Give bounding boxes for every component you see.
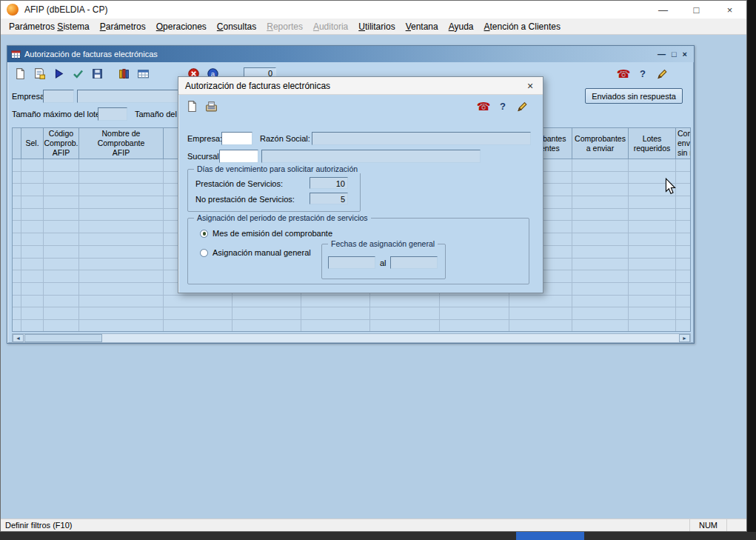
grid-cell [44, 172, 79, 184]
grid-cell [44, 259, 79, 271]
grid-cell [21, 159, 44, 172]
child-minimize-button[interactable]: — [658, 50, 666, 59]
pencil-icon [656, 67, 669, 80]
sucursal-input[interactable] [219, 150, 258, 163]
grid-cell [79, 320, 164, 332]
help-icon: ? [500, 101, 506, 112]
dialog-new-button[interactable] [183, 97, 201, 115]
properties-button[interactable] [30, 64, 48, 82]
radio-manual-label: Asignación manual general [213, 248, 311, 257]
menu-item-parametros-sistema[interactable]: Parámetros Sistema [4, 19, 95, 34]
scroll-thumb[interactable] [24, 334, 102, 342]
grid-cell [44, 296, 79, 308]
grid-column-header[interactable]: Nombre de Comprobante AFIP [79, 128, 164, 159]
dialog-empresa-input[interactable] [221, 132, 252, 145]
grid-cell [572, 209, 629, 221]
grid-cell [676, 209, 691, 221]
horizontal-scrollbar[interactable]: ◄ ► [12, 333, 691, 343]
fechas-group: Fechas de asignación general al [321, 244, 446, 279]
menu-item-parametros[interactable]: Parámetros [95, 19, 151, 34]
grid-row[interactable] [13, 320, 690, 332]
menu-item-utilitarios[interactable]: Utilitarios [353, 19, 400, 34]
grid-cell [440, 307, 509, 320]
grid-row[interactable] [13, 307, 690, 320]
menu-item-operaciones[interactable]: Operaciones [151, 19, 212, 34]
grid-column-header[interactable] [13, 128, 21, 159]
grid-cell [509, 296, 572, 308]
export-grid-button[interactable] [134, 64, 152, 82]
grid-cell [572, 270, 629, 283]
grid-cell [370, 320, 440, 332]
radio-manual-general[interactable]: Asignación manual general [200, 248, 311, 257]
grid-cell [676, 259, 691, 271]
minimize-button[interactable]: — [646, 1, 680, 19]
taskbar-fragment [516, 532, 584, 540]
menu-item-consultas[interactable]: Consultas [212, 19, 261, 34]
dialog-phone-button[interactable]: ☎ [475, 97, 492, 115]
grid-cell [676, 307, 691, 320]
grid-cell [44, 270, 79, 283]
asignacion-group: Asignación del periodo de prestación de … [187, 218, 529, 284]
phone-icon: ☎ [617, 68, 631, 79]
data-button[interactable] [115, 64, 133, 82]
menu-item-ayuda[interactable]: Ayuda [444, 19, 479, 34]
radio-mes-emision[interactable]: Mes de emisión del comprobante [200, 229, 332, 238]
close-button[interactable]: × [713, 1, 746, 19]
grid-cell [79, 296, 164, 308]
menu-item-ventana[interactable]: Ventana [401, 19, 444, 34]
grid-cell [233, 296, 301, 308]
maximize-button[interactable]: □ [680, 1, 713, 19]
child-titlebar[interactable]: Autorización de facturas electrónicas — … [7, 46, 694, 62]
grid-cell [572, 307, 629, 320]
grid-cell [79, 159, 164, 172]
grid-cell [572, 184, 629, 196]
new-button[interactable] [11, 64, 29, 82]
new-document-icon [186, 100, 198, 113]
tamano-del-label: Tamaño del [135, 108, 177, 120]
grid-column-header[interactable]: Código Comprob. AFIP [44, 128, 79, 159]
dialog-cardfile-button[interactable] [202, 97, 220, 115]
empresa-label: Empresa: [12, 90, 47, 102]
scroll-right-button[interactable]: ► [679, 334, 690, 342]
radio-selected-icon [200, 230, 208, 238]
grid-column-header[interactable]: Lotes requeridos [629, 128, 676, 159]
edit-filter-button[interactable] [653, 64, 671, 82]
menu-bar: Parámetros SistemaParámetrosOperacionesC… [1, 19, 746, 35]
grid-cell [44, 320, 79, 332]
dialog-titlebar[interactable]: Autorización de facturas electrónicas × [178, 77, 543, 95]
dialog-help-button[interactable]: ? [494, 97, 512, 115]
grid-column-header[interactable]: Comprobantes enviados sin respuesta [676, 128, 691, 159]
grid-cell [233, 307, 301, 320]
dialog-edit-button[interactable] [513, 97, 531, 115]
dialog-title: Autorización de facturas electrónicas [185, 81, 330, 91]
run-button[interactable] [50, 64, 67, 82]
grid-column-header[interactable]: Comprobantes a enviar [572, 128, 629, 159]
enviados-sin-respuesta-button[interactable]: Enviados sin respuesta [585, 88, 683, 104]
vencimiento-group-title: Días de vencimiento para solicitar autor… [194, 164, 361, 173]
grid-cell [21, 296, 44, 308]
help-button[interactable]: ? [634, 64, 652, 82]
grid-cell [13, 296, 21, 308]
prestacion-input: 10 [310, 177, 348, 189]
grid-cell [572, 296, 629, 308]
window-title: AFIP (dbELDIA - CP) [24, 4, 107, 15]
grid-cell [21, 209, 44, 221]
child-maximize-button[interactable]: □ [672, 50, 677, 59]
child-close-button[interactable]: × [683, 50, 687, 59]
grid-cell [21, 172, 44, 184]
main-titlebar: AFIP (dbELDIA - CP) — □ × [1, 1, 746, 19]
menu-item-atencion-a-clientes[interactable]: Atención a Clientes [479, 19, 566, 34]
grid-column-header[interactable]: Sel. [21, 128, 44, 159]
save-button[interactable] [88, 64, 106, 82]
dialog-close-button[interactable]: × [518, 77, 543, 94]
scroll-left-button[interactable]: ◄ [13, 334, 24, 342]
grid-cell [370, 307, 440, 320]
grid-cell [676, 233, 691, 246]
grid-row[interactable] [13, 296, 690, 308]
confirm-button[interactable] [69, 64, 87, 82]
grid-cell [79, 246, 164, 259]
phone-button[interactable]: ☎ [615, 64, 632, 82]
grid-cell [13, 172, 21, 184]
grid-cell [79, 270, 164, 283]
dialog-empresa-label: Empresa: [187, 133, 222, 144]
